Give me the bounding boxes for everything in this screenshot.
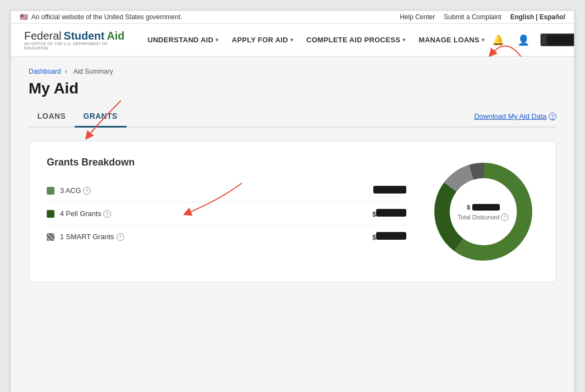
understand-aid-chevron: ▾ [216, 37, 218, 43]
donut-total-amount: $ [458, 203, 509, 211]
smart-color-indicator [47, 233, 54, 241]
download-my-aid-data-link[interactable]: Download My Aid Data ? [474, 112, 556, 120]
notification-bell-button[interactable]: 🔔 [490, 32, 506, 48]
page-title: My Aid [29, 80, 556, 97]
grant-row-smart: 1 SMART Grants ? $ [47, 225, 406, 248]
smart-label: 1 SMART Grants ? [60, 233, 367, 241]
official-text: An official website of the United States… [31, 13, 183, 21]
acg-info-icon[interactable]: ? [83, 187, 91, 195]
acg-color-indicator [47, 187, 54, 195]
page-content: Dashboard › Aid Summary My Aid LOANS GRA… [11, 57, 574, 392]
tabs-bar: LOANS GRANTS Download My Aid Data ? [29, 106, 556, 128]
breadcrumb: Dashboard › Aid Summary [29, 57, 556, 80]
tabs-left: LOANS GRANTS [29, 106, 126, 126]
donut-info-icon[interactable]: ? [501, 213, 509, 221]
smart-info-icon[interactable]: ? [117, 233, 124, 241]
main-nav: Federal Student Aid AN OFFICE OF THE U.S… [11, 24, 574, 57]
pell-color-indicator [47, 210, 54, 218]
acg-label: 3 ACG ? [60, 186, 368, 195]
tab-loans[interactable]: LOANS [29, 106, 75, 128]
pell-info-icon[interactable]: ? [103, 210, 111, 218]
site-logo[interactable]: Federal Student Aid AN OFFICE OF THE U.S… [24, 30, 124, 50]
flag-icon: 🇺🇸 [20, 13, 28, 21]
grant-row-acg: 3 ACG ? [47, 179, 406, 202]
nav-icons: 🔔 👤 ██████ 🔍 [490, 32, 574, 48]
pell-amount: $ [372, 209, 406, 218]
breadcrumb-dashboard[interactable]: Dashboard [29, 68, 61, 75]
grants-card: Grants Breakdown 3 ACG ? [29, 141, 556, 283]
profile-icon-button[interactable]: 👤 [515, 32, 532, 48]
nav-links: UNDERSTAND AID ▾ APPLY FOR AID ▾ COMPLET… [142, 31, 490, 48]
nav-manage-loans[interactable]: MANAGE LOANS ▾ [413, 31, 490, 48]
smart-amount-redacted [376, 232, 406, 240]
username-display[interactable]: ██████ [540, 34, 574, 46]
help-center-link[interactable]: Help Center [400, 13, 435, 21]
gov-bar: 🇺🇸 An official website of the United Sta… [11, 11, 574, 24]
breadcrumb-aid-summary: Aid Summary [73, 68, 113, 75]
download-help-icon: ? [549, 113, 556, 120]
grants-breakdown-title: Grants Breakdown [47, 157, 406, 168]
grant-row-pell: 4 Pell Grants ? $ [47, 202, 406, 225]
manage-loans-chevron: ▾ [482, 37, 484, 43]
pell-amount-redacted [376, 209, 406, 217]
donut-chart: $ Total Disbursed ? [428, 157, 538, 267]
total-amount-redacted [472, 204, 500, 211]
apply-for-aid-chevron: ▾ [290, 37, 293, 43]
nav-apply-for-aid[interactable]: APPLY FOR AID ▾ [227, 31, 299, 48]
donut-center: $ Total Disbursed ? [458, 203, 509, 221]
nav-understand-aid[interactable]: UNDERSTAND AID ▾ [142, 31, 224, 48]
tab-grants[interactable]: GRANTS [75, 106, 126, 128]
pell-label: 4 Pell Grants ? [60, 209, 367, 218]
acg-amount-redacted [373, 186, 406, 194]
breadcrumb-separator: › [65, 68, 69, 75]
complete-aid-process-chevron: ▾ [402, 37, 405, 43]
gov-bar-left: 🇺🇸 An official website of the United Sta… [20, 13, 183, 21]
grants-left: Grants Breakdown 3 ACG ? [47, 157, 406, 248]
donut-label: Total Disbursed ? [458, 213, 509, 221]
acg-amount [373, 186, 406, 195]
nav-complete-aid-process[interactable]: COMPLETE AID PROCESS ▾ [301, 31, 411, 48]
submit-complaint-link[interactable]: Submit a Complaint [444, 13, 501, 21]
smart-amount: $ [372, 232, 406, 241]
logo-subtitle: AN OFFICE OF THE U.S. DEPARTMENT OF EDUC… [24, 42, 124, 50]
language-selector[interactable]: English | Español [510, 13, 565, 21]
gov-bar-right: Help Center Submit a Complaint English |… [400, 13, 565, 21]
